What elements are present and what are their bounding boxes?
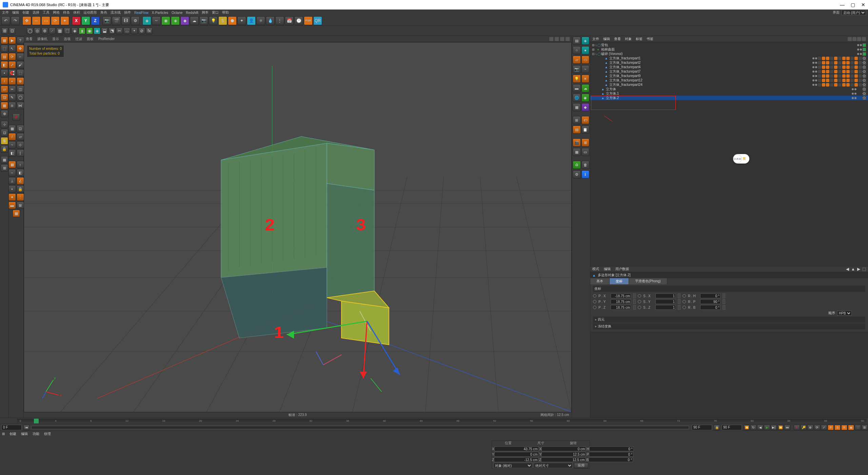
axis-y-button[interactable]: Y (81, 16, 90, 25)
tree-row-cube0[interactable]: ▲ 立方体 (590, 87, 868, 91)
polygon-mode-button[interactable]: ▱ (1, 86, 8, 93)
checker-icon[interactable]: ▦ (13, 210, 20, 217)
axis-x-button[interactable]: X (72, 16, 81, 25)
snap-point-button[interactable]: ⊡ (17, 125, 24, 132)
menu-character[interactable]: 角色 (100, 10, 107, 15)
key-scale-toggle[interactable]: S (834, 425, 841, 430)
qr-button[interactable]: QR (313, 16, 322, 25)
xp-button[interactable]: ⋮ (275, 16, 284, 25)
tree-row-fracturepart[interactable]: ▲立方体_fracturepart24 (590, 82, 868, 87)
script-s-button[interactable]: S (218, 16, 227, 25)
model-mode-button[interactable]: ▦ (1, 37, 8, 44)
undo-button[interactable]: ↶ (1, 16, 10, 25)
menu-realflow[interactable]: RealFlow (134, 11, 149, 15)
brush-button[interactable]: 🖌 (17, 61, 24, 69)
move-gizmo-button[interactable]: ✥ (17, 45, 24, 52)
next-frame-button[interactable]: ▶| (771, 425, 777, 430)
autokey-button[interactable]: 🔑 (801, 425, 807, 430)
om-menu-tags[interactable]: 标签 (636, 37, 643, 41)
layout-select[interactable]: 启动 (用户) (842, 10, 866, 15)
env-icon[interactable]: 🌐 (573, 94, 581, 102)
menu-pipeline[interactable]: 流水线 (111, 10, 121, 15)
mm-tab-texture[interactable]: 纹理 (44, 432, 51, 436)
vp-menu-filter[interactable]: 过滤 (75, 37, 82, 41)
axis-z-button[interactable]: Z (91, 16, 100, 25)
pointer-button[interactable]: ↖ (8, 45, 16, 52)
hierarchy-icon[interactable]: ⊞ (573, 116, 581, 124)
attr-tab-phong[interactable]: 平滑着色(Phong) (629, 278, 667, 284)
reset-view-button[interactable]: ⊞ (1, 27, 8, 34)
vp-menu-camera[interactable]: 摄像机 (37, 37, 47, 41)
key-scale-button[interactable]: ⤢ (821, 425, 827, 430)
viewport-3d[interactable]: Number of emitters: 0 Total live particl… (24, 42, 572, 412)
cp-pos-x[interactable] (494, 446, 539, 451)
knife-button[interactable]: ✂ (116, 27, 123, 34)
linear-dupe-button[interactable]: ▬ (8, 202, 16, 209)
make-editable-button[interactable]: ▶ (8, 37, 16, 44)
constrain-plane-button[interactable]: ◧ (17, 169, 24, 176)
prev-key-button[interactable]: ⏪ (744, 425, 750, 430)
viewport-solo-button[interactable]: ⊡ (1, 129, 8, 136)
key-pos-button[interactable]: ⊕ (807, 425, 813, 430)
clone-button[interactable]: ⊞ (17, 202, 24, 209)
tree-row-fracturepart[interactable]: ▲立方体_fracturepart1 (590, 56, 868, 60)
cp-size-z[interactable] (541, 457, 586, 462)
magnet-button[interactable]: 🧲 (8, 69, 16, 77)
light-button[interactable]: 💡 (209, 16, 218, 25)
edge-mode-button[interactable]: / (1, 77, 8, 85)
object-mode-button[interactable]: ⬚ (1, 45, 8, 52)
vp-zoom-icon[interactable] (555, 37, 559, 41)
ime-badge[interactable]: O.R.E 英 (733, 154, 749, 164)
cp-rot-h[interactable] (589, 446, 634, 451)
floor-icon[interactable]: ▬ (573, 84, 581, 92)
play-back-button[interactable]: ◀ (757, 425, 763, 430)
enable-axis-button[interactable]: ⊹ (1, 121, 8, 128)
info-icon[interactable]: ℹ (581, 170, 590, 178)
set-point-button[interactable]: • (8, 77, 16, 85)
grow-select-button[interactable]: ⊛ (41, 27, 48, 34)
texview-icon[interactable]: ▦ (573, 148, 581, 156)
cam-icon-r[interactable]: 📷 (573, 65, 581, 73)
timeline-menu-button[interactable]: ⋮ (855, 425, 861, 430)
dynamics-button[interactable]: ⚛ (256, 16, 265, 25)
select-live-button[interactable]: ✥ (22, 16, 31, 25)
menu-redshift[interactable]: Redshift (186, 11, 198, 15)
rot-p-input[interactable] (700, 299, 721, 304)
spline-icon-r[interactable]: ~ (581, 65, 590, 73)
poly-pen-button[interactable]: ◈ (94, 27, 100, 34)
minimize-button[interactable]: — (840, 2, 845, 7)
deny-icon[interactable]: ⊘ (13, 113, 20, 121)
om-menu-file[interactable]: 文件 (592, 37, 599, 41)
array-dupe-button[interactable]: ⋮ (17, 193, 24, 201)
psr-button[interactable]: PSR (304, 16, 313, 25)
attr-tab-coord[interactable]: 坐标 (610, 278, 629, 284)
vp-orbit-icon[interactable] (560, 37, 564, 41)
mograph-button[interactable]: ⬣ (228, 16, 237, 25)
plane-icon[interactable]: ▱ (573, 56, 581, 64)
xray-button[interactable]: ⊞ (1, 164, 8, 172)
menu-script[interactable]: 脚本 (202, 10, 209, 15)
plane-cut-button[interactable]: ◫ (17, 86, 24, 93)
create-point-button[interactable]: ⊕ (17, 77, 24, 85)
camera-button[interactable]: 📷 (199, 16, 208, 25)
vp-maximize-icon[interactable] (566, 37, 570, 41)
iron-button[interactable]: ⬚ (17, 69, 24, 77)
deformer-button[interactable]: ◆ (180, 16, 189, 25)
attr-tab-basic[interactable]: 基本 (590, 278, 610, 284)
cp-mode-select[interactable]: 对象 (相对) (493, 463, 532, 468)
dissolve-button[interactable]: ⊘ (138, 27, 145, 34)
quat-section[interactable]: 四元 (593, 317, 865, 323)
generator-button[interactable]: ◉ (161, 16, 170, 25)
tree-row-fracturepart[interactable]: ▲立方体_fracturepart7 (590, 69, 868, 74)
timeline-ruler[interactable]: 0481216202428323640444852566064687276808… (0, 418, 868, 424)
slide-button[interactable]: ↔ (17, 53, 24, 60)
cube-prim-icon[interactable]: ◈ (581, 37, 590, 45)
key-param-toggle[interactable]: ◉ (848, 425, 854, 430)
menu-file[interactable]: 文件 (2, 10, 9, 15)
render-region-button[interactable]: 🎬 (112, 16, 121, 25)
move-tool-button[interactable]: ↔ (32, 16, 41, 25)
menu-edit[interactable]: 编辑 (12, 10, 19, 15)
vp-menu-view[interactable]: 查看 (26, 37, 33, 41)
key-rot-toggle[interactable]: R (841, 425, 847, 430)
scale-y-input[interactable] (655, 299, 676, 304)
